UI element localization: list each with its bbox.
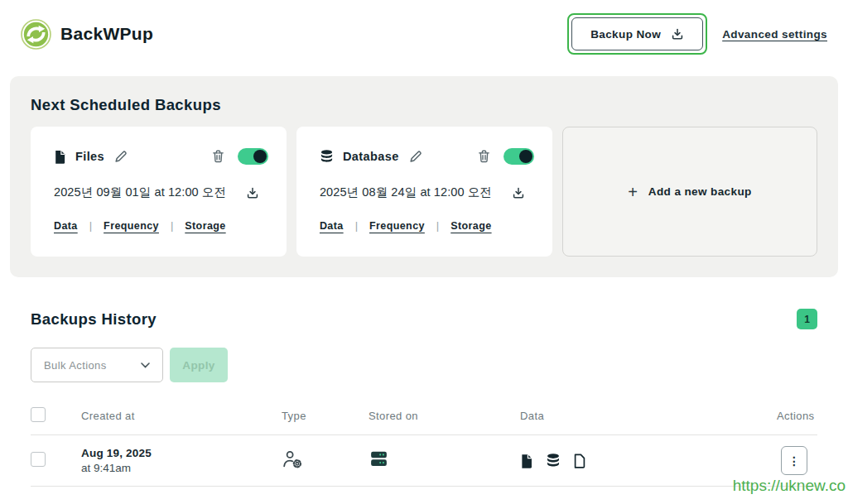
backup-name: Database (343, 150, 399, 163)
header: BackWPup Backup Now Advanced settings (0, 0, 848, 60)
table-header-row: Created at Type Stored on Data Actions (31, 397, 817, 435)
toggle-knob (253, 150, 267, 163)
select-all-checkbox[interactable] (31, 407, 46, 422)
download-icon (671, 27, 684, 41)
backup-enabled-toggle[interactable] (504, 148, 534, 165)
created-at-cell: Aug 19, 2025 at 9:41am (81, 447, 282, 474)
card-link-data[interactable]: Data (320, 220, 344, 232)
column-header-stored-on: Stored on (369, 410, 520, 422)
backup-card-files: Files (31, 127, 287, 257)
row-checkbox[interactable] (31, 452, 46, 467)
data-cell (520, 454, 777, 468)
link-separator: | (89, 219, 92, 232)
app-title: BackWPup (60, 24, 153, 44)
table-row: Aug 19, 2025 at 9:41am (31, 435, 817, 487)
link-separator: | (171, 219, 173, 232)
link-separator: | (355, 219, 358, 232)
column-header-created-at: Created at (81, 410, 282, 422)
backup-card-database: Database (296, 127, 552, 257)
backup-now-highlight-outline: Backup Now (567, 13, 707, 55)
delete-trash-icon[interactable] (212, 150, 224, 163)
database-icon (320, 150, 334, 163)
created-date: Aug 19, 2025 (81, 447, 282, 459)
card-link-storage[interactable]: Storage (185, 220, 225, 232)
app-logo: BackWPup (21, 19, 153, 50)
file-icon (54, 150, 66, 164)
bulk-actions-select[interactable]: Bulk Actions (31, 348, 163, 382)
apply-button[interactable]: Apply (170, 348, 228, 382)
card-link-frequency[interactable]: Frequency (104, 220, 159, 232)
delete-trash-icon[interactable] (478, 150, 490, 163)
edit-pencil-icon[interactable] (113, 150, 128, 164)
stored-on-cell (369, 449, 520, 472)
column-header-type: Type (282, 410, 369, 422)
created-time: at 9:41am (81, 462, 282, 474)
database-icon (546, 454, 561, 468)
history-count-badge: 1 (797, 309, 817, 329)
server-icon (369, 449, 389, 468)
backups-history-table: Created at Type Stored on Data Actions A… (31, 397, 817, 487)
backup-enabled-toggle[interactable] (238, 148, 268, 165)
column-header-data: Data (520, 410, 777, 422)
add-new-backup-card[interactable]: + Add a new backup (562, 127, 817, 257)
add-new-backup-label: Add a new backup (648, 185, 752, 198)
kebab-menu-icon[interactable]: ⋮ (781, 446, 807, 475)
type-cell (282, 449, 369, 473)
file-outline-icon (573, 454, 586, 468)
next-backup-date: 2025년 09월 01일 at 12:00 오전 (54, 185, 226, 200)
backups-history-section: Backups History 1 Bulk Actions Apply Cre… (0, 309, 848, 487)
history-section-title: Backups History (31, 310, 157, 329)
column-header-actions: Actions (777, 410, 824, 422)
backup-now-label: Backup Now (590, 28, 661, 41)
link-separator: | (436, 219, 439, 232)
bulk-actions-value: Bulk Actions (44, 359, 107, 372)
advanced-settings-link[interactable]: Advanced settings (722, 28, 827, 41)
download-icon[interactable] (246, 186, 259, 199)
card-link-data[interactable]: Data (54, 220, 78, 232)
backup-now-button[interactable]: Backup Now (571, 17, 703, 50)
chevron-down-icon (141, 362, 150, 368)
plus-icon: + (628, 184, 638, 200)
next-scheduled-backups-section: Next Scheduled Backups Files (10, 76, 838, 277)
card-link-storage[interactable]: Storage (450, 220, 491, 232)
scheduled-section-title: Next Scheduled Backups (31, 96, 817, 114)
card-link-frequency[interactable]: Frequency (369, 220, 425, 232)
file-filled-icon (520, 454, 533, 468)
user-gear-icon (282, 449, 304, 470)
download-icon[interactable] (512, 186, 525, 199)
toggle-knob (519, 150, 532, 163)
scheduled-cards: Files (31, 127, 817, 257)
watermark-url: https://uknew.co (733, 477, 846, 495)
backwpup-logo-icon (21, 19, 51, 50)
edit-pencil-icon[interactable] (408, 150, 422, 164)
backup-name: Files (75, 150, 104, 163)
next-backup-date: 2025년 08월 24일 at 12:00 오전 (320, 185, 492, 200)
actions-cell: ⋮ (777, 446, 817, 475)
